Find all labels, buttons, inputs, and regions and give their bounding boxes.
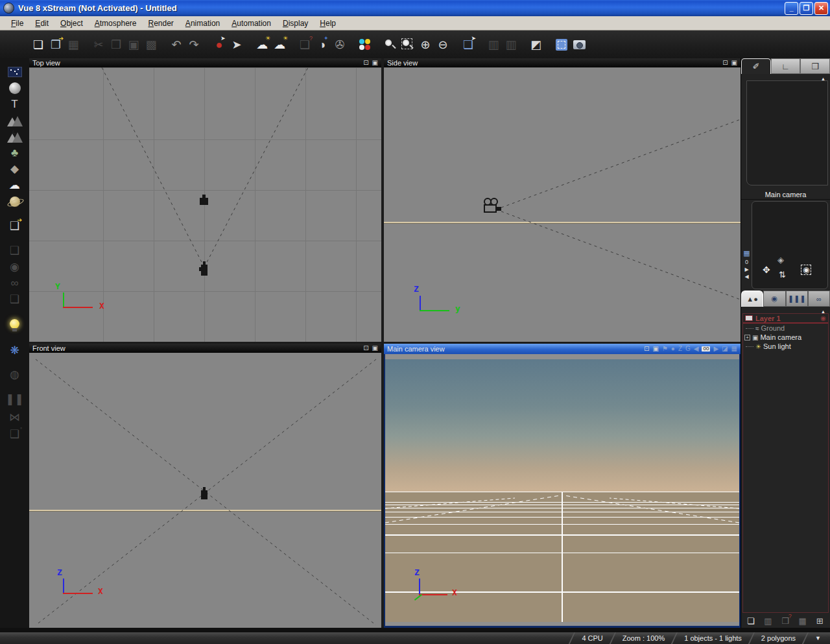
zoom-in-icon[interactable]: ⊕ xyxy=(420,39,430,51)
render-icon[interactable] xyxy=(573,40,586,49)
pan-hand-icon[interactable]: ✥ xyxy=(763,265,770,275)
pick-object-button[interactable]: ➤ xyxy=(228,35,245,54)
zoom-in-button[interactable]: ⊕ xyxy=(417,35,434,54)
delete-layer-icon[interactable]: ▥ xyxy=(764,617,772,625)
dot-indicator-icon[interactable]: ● xyxy=(671,346,675,352)
display-options-icon[interactable]: ◑✦ xyxy=(319,39,326,51)
rock-tool[interactable]: ◆ xyxy=(5,161,25,177)
menu-render[interactable]: Render xyxy=(142,18,179,29)
viewport-front[interactable]: Front view ⊡▣ Z X xyxy=(29,344,381,628)
summon-object-button[interactable]: ❑? xyxy=(296,35,313,54)
scene-preview-tool[interactable] xyxy=(5,64,25,80)
boolean-group-tool[interactable]: ❑ xyxy=(10,245,19,256)
new-scene-button[interactable]: ❏ xyxy=(30,35,47,54)
expand-icon[interactable]: + xyxy=(744,335,750,340)
viewport-camera-icon[interactable]: ▣ xyxy=(372,345,378,352)
tab-scene-links[interactable]: ∞ xyxy=(808,291,830,307)
scene-hierarchy-button[interactable]: ⊞ xyxy=(813,615,826,626)
viewport-camera-icon[interactable]: ▣ xyxy=(372,60,378,66)
viewport-top[interactable]: Top view ⊡▣ Y X xyxy=(29,58,381,342)
menu-help[interactable]: Help xyxy=(314,18,342,29)
ecosystem-tool[interactable]: ◍ xyxy=(5,366,25,383)
undo-icon[interactable]: ↶ xyxy=(171,39,181,51)
paint-over-icon[interactable]: ◪ xyxy=(722,346,728,352)
primitive-tool[interactable]: ❚❚ xyxy=(5,394,24,405)
scene-preview-tool[interactable] xyxy=(8,67,22,77)
new-layer-button[interactable]: ❏ xyxy=(744,615,757,626)
quality-dots-button[interactable] xyxy=(357,35,374,54)
new-scene-icon[interactable]: ❏ xyxy=(33,39,43,51)
camera-updown-icon[interactable]: ⇅ xyxy=(779,270,786,280)
animation-preview-button[interactable]: ▥ xyxy=(485,35,502,54)
layer-item-sun-light[interactable]: ☀Sun light xyxy=(743,342,828,351)
terrain-tool[interactable] xyxy=(7,115,23,126)
polygons-dropdown-icon[interactable]: ▼ xyxy=(806,635,830,641)
tab-scene-lights[interactable]: ◉ xyxy=(763,291,785,307)
planet-tool[interactable] xyxy=(5,193,25,209)
delete-layer-button[interactable]: ▥ xyxy=(761,615,774,626)
minimize-button[interactable]: _ xyxy=(785,2,798,15)
gain-icon[interactable]: G xyxy=(685,346,691,352)
mirror-tool[interactable]: ⋈ xyxy=(5,409,25,425)
viewport-display-icon[interactable]: ⊡ xyxy=(363,60,368,66)
zoom-region-button[interactable] xyxy=(399,35,416,54)
animation-wizard-button[interactable]: ◩ xyxy=(528,35,545,54)
text-tool[interactable]: T xyxy=(11,99,18,110)
render-settings-icon[interactable]: ✇ xyxy=(335,39,344,51)
tab-objects[interactable]: ❒ xyxy=(800,58,830,74)
summon-object-icon[interactable]: ❑? xyxy=(300,39,310,51)
save-object-icon[interactable]: ▦ xyxy=(798,617,806,625)
animation-render-icon[interactable]: ▥ xyxy=(505,39,516,51)
viewport-front-canvas[interactable]: Z X xyxy=(29,353,381,628)
group-tool[interactable]: ❑ xyxy=(5,291,25,307)
frame-field[interactable]: 00 xyxy=(702,346,710,352)
redo-icon[interactable]: ↷ xyxy=(189,39,198,51)
zoom-out-icon[interactable]: ⊖ xyxy=(438,39,447,51)
viewport-display-icon[interactable]: ⊡ xyxy=(722,60,728,66)
paste-special-icon[interactable]: ▩ xyxy=(145,39,156,51)
group-tool[interactable]: ❑ xyxy=(10,294,19,305)
wind-tool[interactable]: ❋ xyxy=(5,342,25,359)
boolean-spheres-tool[interactable]: ◉ xyxy=(5,259,25,275)
paste-button[interactable]: ▣ xyxy=(125,35,142,54)
load-atmosphere-button[interactable]: ☁☀ xyxy=(271,35,288,54)
save-scene-icon[interactable]: ▦ xyxy=(67,39,78,51)
animation-preview-icon[interactable]: ▥ xyxy=(488,39,499,51)
tab-numerics[interactable]: ∟ xyxy=(771,58,801,74)
main-camera-gizmo[interactable] xyxy=(484,198,501,212)
viewport-top-canvas[interactable]: Y X xyxy=(29,67,381,342)
viewport-top-header[interactable]: Top view ⊡▣ xyxy=(29,58,381,67)
light-tool[interactable] xyxy=(5,316,25,332)
next-frame-icon[interactable]: ▶ xyxy=(713,346,718,352)
aspect-preview-panel[interactable] xyxy=(746,80,828,185)
look-around-eye-icon[interactable]: ◉ xyxy=(801,265,811,275)
ecosystem-tool[interactable]: ◍ xyxy=(10,369,19,380)
play-icon[interactable]: ▶ xyxy=(744,267,748,272)
wind-tool[interactable]: ❋ xyxy=(10,345,19,356)
layer-visibility-eye-icon[interactable]: ◉ xyxy=(820,315,826,322)
viewport-side-header[interactable]: Side view ⊡▣ xyxy=(384,58,741,67)
restore-button[interactable]: ❐ xyxy=(800,2,813,15)
save-object-button[interactable]: ▦ xyxy=(796,615,809,626)
viewport-front-header[interactable]: Front view ⊡▣ xyxy=(29,344,381,353)
title-bar[interactable]: Vue 8 xStream (Not Activated) - Untitled… xyxy=(0,0,830,16)
cut-button[interactable]: ✂ xyxy=(90,35,107,54)
menu-atmosphere[interactable]: Atmosphere xyxy=(89,18,143,29)
viewport-side-canvas[interactable]: Z y xyxy=(384,67,741,342)
layer-item-ground[interactable]: ≈Ground xyxy=(743,324,828,333)
viewport-camera-icon[interactable]: ▣ xyxy=(731,60,737,66)
atmosphere-editor-button[interactable]: ☁☀ xyxy=(254,35,270,54)
open-scene-icon[interactable]: ❐➔ xyxy=(51,39,61,51)
tab-material[interactable]: ✐ xyxy=(741,58,771,74)
cloud-tool[interactable]: ☁ xyxy=(9,180,20,191)
menu-automation[interactable]: Automation xyxy=(226,18,277,29)
flag-icon[interactable]: ⚑ xyxy=(662,346,668,352)
new-layer-icon[interactable]: ❏ xyxy=(747,617,755,625)
mirror-tool[interactable]: ⋈ xyxy=(9,412,20,423)
quality-dots-icon[interactable] xyxy=(359,39,371,51)
drop-object-ground-tool[interactable]: ❑◦ xyxy=(5,426,25,442)
zoom-object-button[interactable] xyxy=(382,35,399,54)
paste-special-button[interactable]: ▩ xyxy=(143,35,160,54)
light-tool[interactable] xyxy=(10,319,19,329)
boolean-spheres-tool[interactable]: ◉ xyxy=(10,261,19,272)
